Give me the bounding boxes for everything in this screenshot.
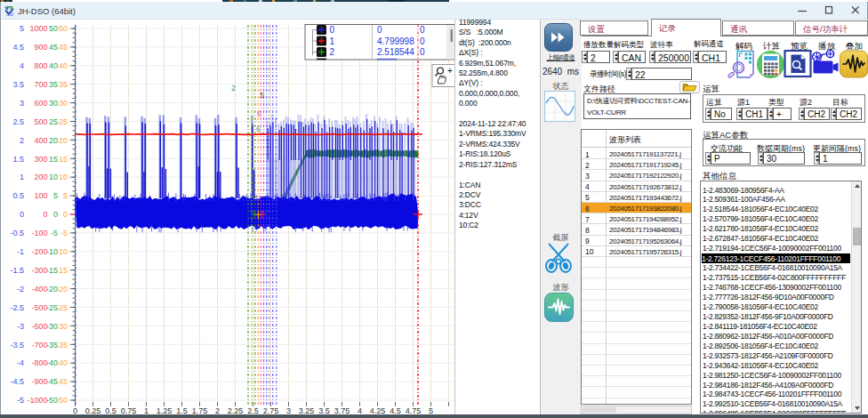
svg-text:2.5: 2.5	[12, 117, 24, 126]
svg-text:-1: -1	[17, 247, 24, 256]
svg-text:-2: -2	[17, 285, 24, 293]
svg-text:10: 10	[59, 173, 68, 181]
svg-text:2: 2	[231, 84, 236, 92]
svg-text:3.5: 3.5	[12, 80, 24, 89]
svg-text:45: 45	[59, 43, 68, 52]
svg-text:3: 3	[286, 406, 291, 415]
svg-text:-25: -25	[56, 303, 68, 312]
svg-text:6: 6	[257, 109, 261, 118]
svg-text:30: 30	[49, 99, 58, 108]
svg-text:-200: -200	[31, 247, 47, 256]
svg-text:40: 40	[49, 61, 58, 70]
svg-text:-100: -100	[31, 229, 47, 237]
svg-text:SO: SO	[6, 12, 14, 17]
svg-text:35: 35	[59, 80, 68, 89]
svg-text:4.5: 4.5	[12, 43, 24, 52]
svg-text:5: 5	[429, 406, 433, 415]
svg-text:-4.5: -4.5	[10, 377, 24, 386]
svg-text:2.25: 2.25	[228, 406, 244, 415]
svg-text:4.799998: 4.799998	[377, 36, 414, 46]
svg-text:-0.5: -0.5	[10, 229, 24, 237]
svg-text:2: 2	[20, 136, 24, 145]
svg-text:+: +	[447, 66, 453, 76]
svg-text:4.5: 4.5	[390, 406, 401, 415]
svg-text:0: 0	[20, 210, 24, 219]
svg-text:-30: -30	[56, 322, 68, 331]
svg-text:5: 5	[260, 91, 264, 100]
svg-text:400: 400	[34, 136, 47, 145]
svg-text:45: 45	[49, 43, 58, 52]
svg-text:0.5: 0.5	[105, 406, 117, 415]
svg-text:40: 40	[59, 61, 68, 70]
svg-text:0: 0	[53, 210, 58, 219]
svg-text:300: 300	[34, 155, 47, 164]
svg-text:2.75: 2.75	[263, 406, 279, 415]
svg-text:30: 30	[59, 99, 68, 108]
svg-text:-10: -10	[56, 247, 68, 256]
svg-text:-3.5: -3.5	[10, 341, 24, 350]
svg-text:0.75: 0.75	[121, 406, 137, 415]
svg-text:1000: 1000	[29, 24, 47, 33]
svg-text:-400: -400	[31, 285, 47, 293]
svg-text:1: 1	[20, 173, 24, 181]
svg-text:1.5: 1.5	[12, 155, 24, 164]
svg-text:15: 15	[59, 155, 68, 164]
svg-text:-15: -15	[56, 266, 68, 275]
svg-text:25: 25	[59, 117, 68, 126]
svg-text:0: 0	[330, 25, 335, 35]
svg-text:3.25: 3.25	[299, 406, 315, 415]
svg-text:800: 800	[34, 61, 47, 70]
svg-text:2: 2	[330, 47, 335, 57]
svg-text:0: 0	[73, 406, 77, 415]
svg-text:-4: -4	[17, 358, 24, 367]
svg-text:20: 20	[49, 136, 58, 145]
svg-text:1: 1	[330, 36, 335, 46]
svg-text:10: 10	[49, 173, 58, 181]
svg-text:5: 5	[63, 191, 68, 200]
svg-text:15: 15	[49, 155, 58, 164]
svg-text:0: 0	[43, 210, 47, 219]
svg-text:1.75: 1.75	[192, 406, 208, 415]
svg-text:4: 4	[20, 61, 24, 70]
svg-text:0: 0	[420, 36, 425, 46]
svg-text:50: 50	[49, 24, 58, 33]
svg-text:-5: -5	[17, 396, 24, 405]
svg-text:-3: -3	[17, 322, 24, 331]
svg-text:50: 50	[59, 24, 68, 33]
svg-text:600: 600	[34, 99, 47, 108]
svg-text:4: 4	[358, 406, 362, 415]
svg-text:900: 900	[34, 43, 47, 52]
svg-text:-700: -700	[31, 341, 47, 350]
svg-text:3.75: 3.75	[334, 406, 350, 415]
svg-text:1: 1	[144, 406, 149, 415]
svg-text:2.5: 2.5	[247, 406, 259, 415]
svg-text:-1000: -1000	[27, 396, 47, 405]
svg-text:-300: -300	[31, 266, 47, 275]
svg-text:6: 6	[256, 125, 261, 133]
svg-text:100: 100	[34, 191, 47, 200]
svg-text:-5: -5	[51, 229, 58, 237]
svg-text:20: 20	[59, 136, 68, 145]
svg-text:0: 0	[377, 25, 382, 35]
svg-text:4.75: 4.75	[406, 406, 422, 415]
svg-text:1.5: 1.5	[176, 406, 188, 415]
svg-text:-800: -800	[31, 358, 47, 367]
svg-text:-50: -50	[56, 396, 68, 405]
svg-text:700: 700	[34, 80, 47, 89]
svg-text:4.25: 4.25	[370, 406, 386, 415]
svg-text:0.25: 0.25	[85, 406, 101, 415]
svg-text:-40: -40	[56, 358, 68, 367]
svg-text:2: 2	[215, 406, 220, 415]
svg-text:0: 0	[63, 210, 68, 219]
svg-text:35: 35	[49, 80, 58, 89]
svg-text:0.5: 0.5	[12, 191, 24, 200]
svg-text:-500: -500	[31, 303, 47, 312]
svg-text:2.518544: 2.518544	[377, 47, 414, 57]
svg-text:5: 5	[20, 24, 24, 33]
svg-text:-35: -35	[56, 341, 68, 350]
svg-text:0: 0	[420, 47, 425, 57]
svg-text:1.25: 1.25	[157, 406, 173, 415]
svg-text:-45: -45	[56, 377, 68, 386]
svg-text:500: 500	[34, 117, 47, 126]
svg-text:25: 25	[49, 117, 58, 126]
